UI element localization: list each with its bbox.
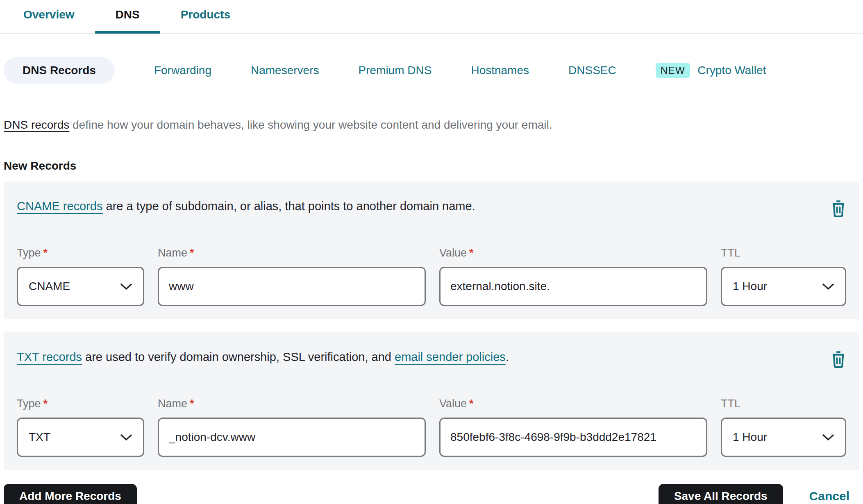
cname-value-input[interactable] (439, 267, 707, 306)
required-asterisk: * (43, 397, 48, 410)
chevron-down-icon (120, 434, 132, 441)
txt-ttl-value: 1 Hour (733, 431, 767, 444)
txt-desc-text: are used to verify domain ownership, SSL… (82, 350, 395, 363)
value-label: Value* (439, 247, 707, 259)
subtab-nameservers[interactable]: Nameservers (251, 64, 319, 77)
required-asterisk: * (190, 247, 194, 259)
cname-ttl-value: 1 Hour (733, 280, 767, 293)
chevron-down-icon (120, 283, 132, 290)
domain-tabbar: Overview DNS Products (0, 0, 863, 34)
txt-ttl-select[interactable]: 1 Hour (721, 418, 846, 457)
txt-value-input[interactable] (439, 418, 707, 457)
subtab-crypto-wallet-label: Crypto Wallet (697, 64, 766, 77)
save-all-records-button[interactable]: Save All Records (659, 484, 783, 504)
tab-overview[interactable]: Overview (3, 9, 95, 33)
name-label: Name* (158, 397, 426, 410)
cname-name-input[interactable] (158, 267, 426, 306)
subtab-forwarding[interactable]: Forwarding (154, 64, 211, 77)
cname-type-value: CNAME (29, 280, 70, 293)
dns-subtabs: DNS Records Forwarding Nameservers Premi… (4, 57, 863, 84)
name-label: Name* (158, 247, 426, 259)
footer-actions: Add More Records Save All Records Cancel (4, 484, 849, 504)
cname-card-description: CNAME records are a type of subdomain, o… (17, 199, 475, 214)
txt-card-description: TXT records are used to verify domain ow… (17, 350, 509, 365)
tab-dns[interactable]: DNS (95, 9, 160, 33)
chevron-down-icon (822, 434, 834, 441)
dns-intro: DNS records define how your domain behav… (4, 118, 863, 132)
ttl-label: TTL (721, 397, 846, 410)
required-asterisk: * (469, 397, 474, 410)
chevron-down-icon (822, 283, 834, 290)
dns-intro-text: define how your domain behaves, like sho… (69, 118, 552, 131)
new-badge: NEW (656, 63, 690, 78)
txt-desc-tail: . (506, 350, 509, 363)
subtab-premium-dns[interactable]: Premium DNS (358, 64, 432, 77)
value-label: Value* (439, 397, 707, 410)
cname-desc-text: are a type of subdomain, or alias, that … (103, 200, 475, 213)
ttl-label: TTL (721, 247, 846, 259)
type-label: Type* (17, 397, 144, 410)
type-label: Type* (17, 247, 144, 259)
subtab-hostnames[interactable]: Hostnames (471, 64, 529, 77)
cancel-button[interactable]: Cancel (809, 489, 849, 503)
subtab-dnssec[interactable]: DNSSEC (568, 64, 616, 77)
required-asterisk: * (190, 397, 194, 410)
cname-type-select[interactable]: CNAME (17, 267, 144, 306)
required-asterisk: * (469, 247, 474, 259)
add-more-records-button[interactable]: Add More Records (4, 484, 137, 504)
required-asterisk: * (43, 247, 48, 259)
txt-type-value: TXT (29, 431, 50, 444)
txt-records-link[interactable]: TXT records (17, 350, 82, 363)
new-records-heading: New Records (4, 159, 863, 173)
delete-cname-record-button[interactable] (831, 200, 846, 220)
trash-icon (831, 350, 846, 369)
email-sender-policies-link[interactable]: email sender policies (395, 350, 506, 363)
trash-icon (831, 200, 846, 218)
cname-ttl-select[interactable]: 1 Hour (721, 267, 846, 306)
txt-name-input[interactable] (158, 418, 426, 457)
delete-txt-record-button[interactable] (831, 350, 846, 370)
subtab-dns-records[interactable]: DNS Records (4, 57, 115, 84)
tab-products[interactable]: Products (160, 9, 251, 33)
cname-records-link[interactable]: CNAME records (17, 200, 103, 213)
txt-record-card: TXT records are used to verify domain ow… (4, 332, 859, 470)
dns-records-link[interactable]: DNS records (4, 118, 69, 131)
subtab-crypto-wallet[interactable]: NEW Crypto Wallet (656, 63, 766, 78)
txt-type-select[interactable]: TXT (17, 418, 144, 457)
cname-record-card: CNAME records are a type of subdomain, o… (4, 182, 859, 319)
